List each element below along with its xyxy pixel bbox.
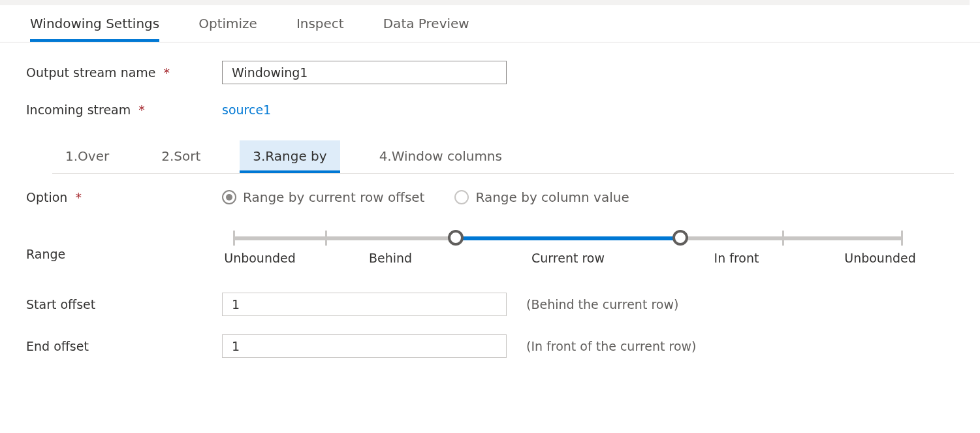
row-range: Range Unbounded Behind Current row In fr… [26,223,954,274]
range-start-handle[interactable] [448,230,464,246]
radio-dot-icon [454,190,469,204]
step-tab-range-by[interactable]: 3.Range by [240,140,340,173]
radio-label: Range by current row offset [243,189,424,205]
row-incoming-stream: Incoming stream * source1 [26,103,954,117]
range-end-handle[interactable] [672,230,688,246]
slider-label-current-row: Current row [531,251,605,265]
slider-label-unbounded-right: Unbounded [844,251,916,265]
output-stream-name-input[interactable] [222,61,507,84]
label-incoming-stream: Incoming stream * [26,103,222,117]
slider-label-unbounded-left: Unbounded [224,251,296,265]
slider-endcap [325,231,327,246]
label-end-offset: End offset [26,339,222,353]
step-tab-over[interactable]: 1.Over [52,140,122,173]
step-tab-sort[interactable]: 2.Sort [148,140,213,173]
row-start-offset: Start offset (Behind the current row) [26,293,954,316]
tab-windowing-settings[interactable]: Windowing Settings [30,7,159,42]
radio-dot-icon [222,190,236,204]
step-tabs: 1.Over 2.Sort 3.Range by 4.Window column… [52,135,954,174]
slider-endcap [782,231,784,246]
end-offset-hint: (In front of the current row) [526,339,696,353]
label-start-offset: Start offset [26,297,222,312]
slider-endcap [233,231,235,246]
range-slider[interactable]: Unbounded Behind Current row In front Un… [222,229,914,274]
slider-label-behind: Behind [369,251,412,265]
label-incoming-stream-text: Incoming stream [26,103,131,117]
slider-endcap [901,231,903,246]
top-tabs: Windowing Settings Optimize Inspect Data… [0,5,980,42]
tab-optimize[interactable]: Optimize [198,7,257,42]
start-offset-input[interactable] [222,293,507,316]
incoming-stream-link[interactable]: source1 [222,103,271,117]
slider-label-in-front: In front [714,251,759,265]
tab-data-preview[interactable]: Data Preview [383,7,469,42]
label-option: Option * [26,190,222,204]
radio-range-by-column[interactable]: Range by column value [454,189,629,205]
row-end-offset: End offset (In front of the current row) [26,334,954,358]
step-tab-window-columns[interactable]: 4.Window columns [366,140,515,173]
label-option-text: Option [26,190,67,204]
row-option: Option * Range by current row offset Ran… [26,189,954,205]
label-output-stream-text: Output stream name [26,65,156,80]
start-offset-hint: (Behind the current row) [526,297,678,312]
end-offset-input[interactable] [222,334,507,358]
label-output-stream: Output stream name * [26,65,222,80]
row-output-stream: Output stream name * [26,61,954,84]
radio-range-by-offset[interactable]: Range by current row offset [222,189,424,205]
required-marker: * [75,190,82,204]
tab-inspect[interactable]: Inspect [296,7,344,42]
required-marker: * [164,65,170,80]
radio-set-option: Range by current row offset Range by col… [222,189,954,205]
required-marker: * [138,103,145,117]
label-range: Range [26,223,222,261]
slider-fill [454,236,680,240]
radio-label: Range by column value [475,189,629,205]
